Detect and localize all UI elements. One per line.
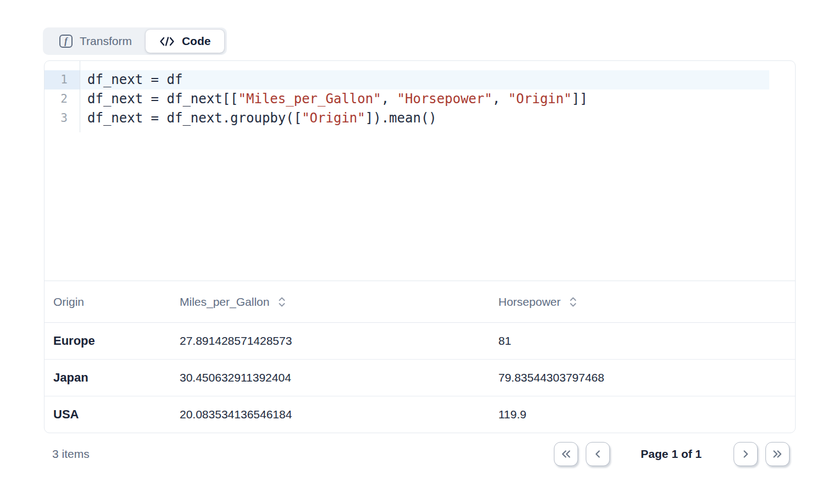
table-row: Japan30.45063291139240479.83544303797468 (45, 359, 795, 396)
line-number: 2 (45, 89, 80, 109)
first-page-button[interactable] (554, 442, 578, 466)
code-line[interactable]: df_next = df_next.groupby(["Origin"]).me… (80, 109, 769, 128)
chevron-left-icon (592, 449, 603, 460)
cell-origin: Japan (45, 359, 171, 396)
code-token: df_next = df_next[[ (87, 91, 238, 107)
line-number: 3 (45, 109, 80, 128)
sort-icon[interactable] (277, 296, 286, 308)
table-row: Europe27.89142857142857381 (45, 322, 795, 359)
double-chevron-left-icon (560, 449, 571, 460)
column-header-label: Horsepower (498, 295, 560, 308)
tab-transform-label: Transform (80, 35, 132, 48)
code-string-token: "Miles_per_Gallon" (238, 91, 381, 107)
column-header-miles_per_gallon[interactable]: Miles_per_Gallon (171, 281, 490, 322)
cell-value: 119.9 (490, 396, 795, 433)
column-header-label: Miles_per_Gallon (180, 295, 269, 308)
last-page-button[interactable] (765, 442, 790, 466)
column-header-label: Origin (53, 295, 84, 308)
code-line[interactable]: df_next = df (80, 70, 769, 89)
tab-transform[interactable]: f Transform (46, 30, 146, 53)
code-token: , (381, 91, 397, 107)
code-lines[interactable]: df_next = dfdf_next = df_next[["Miles_pe… (80, 61, 795, 132)
page-indicator: Page 1 of 1 (641, 447, 702, 461)
code-string-token: "Origin" (302, 110, 365, 126)
cell-value: 27.891428571428573 (171, 322, 490, 359)
code-line[interactable]: df_next = df_next[["Miles_per_Gallon", "… (80, 89, 769, 109)
pagination-controls: Page 1 of 1 (554, 442, 790, 466)
cell-origin: Europe (45, 322, 171, 359)
code-icon (159, 36, 175, 47)
table-row: USA20.083534136546184119.9 (45, 396, 795, 433)
next-page-button[interactable] (734, 442, 758, 466)
code-editor[interactable]: 123 df_next = dfdf_next = df_next[["Mile… (45, 61, 795, 281)
line-number-gutter: 123 (45, 61, 80, 132)
line-number: 1 (45, 70, 80, 89)
tab-code[interactable]: Code (146, 30, 225, 53)
cell-value: 79.83544303797468 (490, 359, 795, 396)
code-string-token: "Origin" (508, 91, 572, 107)
code-token: ]).mean() (365, 110, 437, 126)
code-token: ]] (571, 91, 587, 107)
column-header-horsepower[interactable]: Horsepower (490, 281, 795, 322)
editor-mode-tabs: f Transform Code (43, 27, 227, 55)
result-table: OriginMiles_per_GallonHorsepower Europe2… (45, 281, 795, 433)
cell-value: 20.083534136546184 (171, 396, 490, 433)
sort-icon[interactable] (569, 296, 577, 308)
code-token: df_next = df (87, 72, 182, 87)
code-string-token: "Horsepower" (397, 91, 492, 107)
tab-code-label: Code (182, 35, 211, 48)
items-count: 3 items (52, 447, 90, 461)
table-footer: 3 items Page 1 of 1 (44, 439, 796, 469)
double-chevron-right-icon (772, 449, 783, 460)
code-token: , (492, 91, 508, 107)
table-body: Europe27.89142857142857381Japan30.450632… (45, 322, 795, 433)
code-token: df_next = df_next.groupby([ (87, 110, 302, 126)
cell-value: 30.450632911392404 (171, 359, 490, 396)
function-icon: f (59, 35, 73, 48)
column-header-origin: Origin (45, 281, 171, 322)
cell-origin: USA (45, 396, 171, 433)
cell-value: 81 (490, 322, 795, 359)
transform-widget: 123 df_next = dfdf_next = df_next[["Mile… (44, 60, 796, 433)
chevron-right-icon (740, 449, 751, 460)
table-header-row: OriginMiles_per_GallonHorsepower (45, 281, 795, 322)
previous-page-button[interactable] (586, 442, 610, 466)
